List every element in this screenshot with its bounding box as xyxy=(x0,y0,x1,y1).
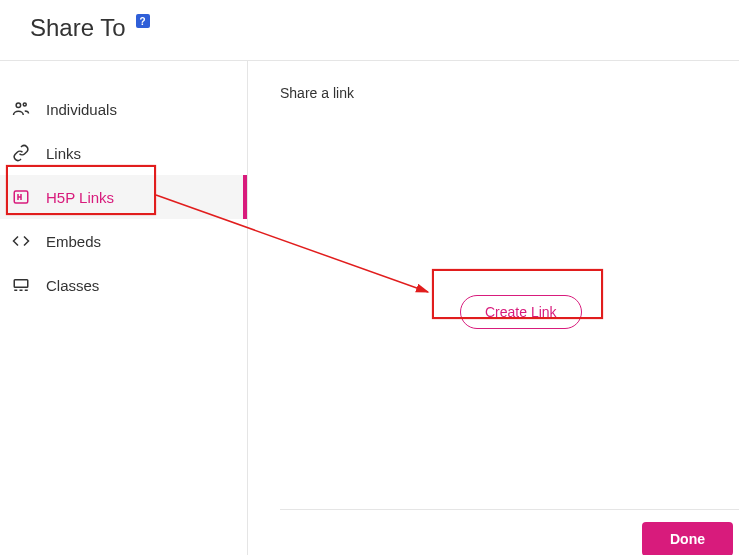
main-panel: Share a link Create Link Done xyxy=(247,61,739,555)
modal-header: Share To ? xyxy=(0,0,739,61)
sidebar-item-label: Classes xyxy=(46,277,99,294)
classes-icon xyxy=(10,276,32,294)
svg-point-1 xyxy=(23,103,26,106)
sidebar-item-label: Individuals xyxy=(46,101,117,118)
create-link-button[interactable]: Create Link xyxy=(460,295,582,329)
panel-title: Share a link xyxy=(248,85,739,109)
sidebar-item-embeds[interactable]: Embeds xyxy=(0,219,247,263)
sidebar-item-h5p-links[interactable]: H5P Links xyxy=(0,175,247,219)
help-icon[interactable]: ? xyxy=(136,14,150,28)
sidebar-item-label: Embeds xyxy=(46,233,101,250)
modal-body: Individuals Links H5P Links xyxy=(0,61,739,555)
share-sidebar: Individuals Links H5P Links xyxy=(0,61,247,555)
sidebar-item-individuals[interactable]: Individuals xyxy=(0,87,247,131)
panel-area: Create Link xyxy=(280,109,739,510)
link-icon xyxy=(10,144,32,162)
modal-footer: Done xyxy=(248,510,739,555)
svg-point-0 xyxy=(16,103,21,108)
sidebar-item-classes[interactable]: Classes xyxy=(0,263,247,307)
modal-title: Share To xyxy=(30,14,126,42)
sidebar-item-links[interactable]: Links xyxy=(0,131,247,175)
done-button[interactable]: Done xyxy=(642,522,733,555)
code-icon xyxy=(10,232,32,250)
h5p-icon xyxy=(10,188,32,206)
sidebar-item-label: H5P Links xyxy=(46,189,114,206)
people-icon xyxy=(10,100,32,118)
svg-rect-3 xyxy=(14,280,28,288)
sidebar-item-label: Links xyxy=(46,145,81,162)
